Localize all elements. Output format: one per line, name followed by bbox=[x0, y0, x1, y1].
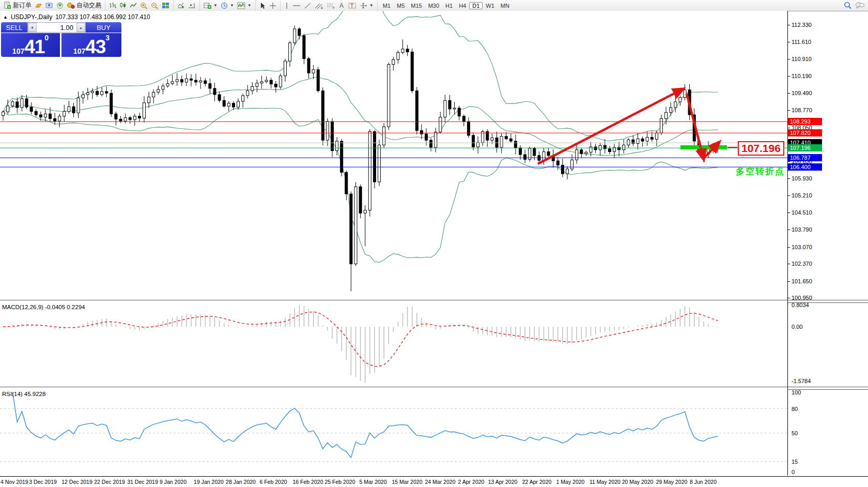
channel-icon: E bbox=[315, 2, 323, 9]
crosshair-button[interactable] bbox=[268, 2, 278, 10]
tab-timeframe-D1[interactable]: D1 bbox=[469, 2, 483, 9]
terminal-button[interactable] bbox=[44, 2, 55, 9]
chart-shift-button[interactable] bbox=[187, 2, 197, 9]
date-axis-label: 8 Jun 2020 bbox=[690, 479, 717, 485]
gold-button[interactable] bbox=[33, 2, 44, 9]
axis-tick bbox=[787, 178, 790, 179]
rsi-axis-label: 15 bbox=[792, 459, 798, 465]
candle bbox=[660, 118, 663, 133]
candle bbox=[359, 187, 362, 213]
axis-tick bbox=[787, 195, 790, 196]
cursor-button[interactable] bbox=[258, 2, 268, 10]
candle bbox=[462, 116, 465, 121]
candlestick-button[interactable] bbox=[118, 2, 128, 9]
date-axis-label: 1 May 2020 bbox=[556, 479, 585, 485]
caret-icon: ▼ bbox=[213, 3, 218, 8]
candle bbox=[392, 59, 395, 64]
tab-timeframe-M1[interactable]: M1 bbox=[380, 2, 394, 9]
candle bbox=[58, 116, 61, 121]
signal-button[interactable] bbox=[55, 2, 66, 9]
tile-windows-button[interactable] bbox=[160, 2, 171, 9]
candle bbox=[242, 96, 244, 101]
candle bbox=[72, 106, 75, 113]
macd-pane[interactable] bbox=[0, 302, 787, 387]
candle bbox=[213, 88, 216, 95]
candle bbox=[665, 112, 668, 118]
candle bbox=[331, 121, 334, 151]
green-support-bar[interactable] bbox=[680, 145, 727, 149]
candle bbox=[124, 118, 127, 121]
fibo-button[interactable]: F bbox=[325, 2, 337, 10]
axis-tick bbox=[787, 110, 790, 111]
tile-windows-icon bbox=[162, 2, 169, 9]
tab-timeframe-H1[interactable]: H1 bbox=[442, 2, 456, 9]
chat-icon bbox=[855, 2, 864, 9]
axis-tick bbox=[787, 230, 790, 230]
volume-input[interactable]: 1.00 bbox=[37, 23, 76, 32]
text-button[interactable]: A bbox=[337, 2, 347, 10]
date-axis-label: 4 Nov 2019 bbox=[1, 479, 28, 485]
date-axis-label: 28 Jan 2020 bbox=[226, 479, 256, 485]
price-callout[interactable]: 107.196 bbox=[738, 141, 784, 156]
auto-trading-label: 自动交易 bbox=[76, 1, 101, 10]
periods-button[interactable]: ▼ bbox=[219, 2, 236, 10]
buy-button[interactable]: BUY bbox=[86, 22, 121, 33]
zoom-out-button[interactable] bbox=[149, 2, 160, 10]
volume-stepper: ▼ 1.00 ▲ bbox=[27, 22, 86, 33]
candle bbox=[274, 84, 277, 87]
candle bbox=[16, 102, 19, 108]
candle bbox=[435, 132, 437, 147]
channel-button[interactable]: E bbox=[313, 2, 325, 10]
candle bbox=[340, 141, 343, 172]
auto-trading-button[interactable]: 自动交易 bbox=[66, 1, 103, 10]
candle bbox=[420, 131, 423, 134]
tab-timeframe-MN[interactable]: MN bbox=[498, 2, 513, 9]
zoom-in-button[interactable] bbox=[138, 2, 149, 10]
vline-button[interactable] bbox=[283, 2, 291, 10]
line-chart-icon bbox=[130, 2, 137, 9]
sell-button[interactable]: SELL bbox=[1, 22, 27, 33]
candle bbox=[30, 107, 33, 111]
rsi-pane[interactable] bbox=[0, 389, 787, 475]
caret-icon: ▼ bbox=[230, 3, 234, 8]
buy-price[interactable]: 107 43 3 bbox=[61, 33, 121, 57]
volume-up-button[interactable]: ▲ bbox=[76, 23, 85, 32]
tab-timeframe-M5[interactable]: M5 bbox=[394, 2, 408, 9]
date-axis-label: 19 Jan 2020 bbox=[194, 479, 224, 485]
text-label-button[interactable]: T bbox=[347, 2, 358, 10]
new-order-button[interactable]: 新订单 bbox=[2, 1, 33, 10]
date-axis[interactable]: 4 Nov 20193 Dec 201912 Dec 201922 Dec 20… bbox=[0, 476, 868, 487]
tab-timeframe-M30[interactable]: M30 bbox=[425, 2, 442, 9]
symbol-direction-icon: ▲ bbox=[3, 14, 8, 20]
search-button[interactable] bbox=[842, 1, 854, 10]
hline-button[interactable] bbox=[291, 2, 302, 10]
candle bbox=[585, 152, 587, 154]
candle bbox=[218, 95, 221, 100]
macd-label: MACD(12,26,9) -0.0405 0.2294 bbox=[2, 304, 85, 310]
candle bbox=[397, 52, 399, 59]
tab-timeframe-H4[interactable]: H4 bbox=[456, 2, 469, 9]
indicators-button[interactable]: ▼ bbox=[236, 2, 253, 10]
auto-scroll-button[interactable] bbox=[176, 2, 187, 9]
zoom-out-icon bbox=[151, 2, 159, 9]
candle bbox=[96, 92, 99, 95]
tab-timeframe-M15[interactable]: M15 bbox=[408, 2, 425, 9]
arrows-button[interactable]: ▼ bbox=[358, 2, 375, 10]
candle bbox=[171, 82, 174, 84]
axis-tick bbox=[787, 42, 790, 42]
date-axis-label: 20 May 2020 bbox=[622, 479, 654, 485]
cursor-icon bbox=[259, 2, 266, 9]
candle bbox=[152, 92, 155, 97]
volume-down-button[interactable]: ▼ bbox=[28, 23, 37, 32]
rsi-label: RSI(14) 45.9228 bbox=[2, 391, 45, 397]
chat-button[interactable] bbox=[854, 1, 866, 10]
new-chart-button[interactable]: ▼ bbox=[202, 2, 219, 9]
trend-arrow[interactable] bbox=[703, 142, 719, 159]
candle bbox=[86, 93, 89, 95]
tab-timeframe-W1[interactable]: W1 bbox=[483, 2, 498, 9]
trendline-button[interactable] bbox=[302, 2, 313, 10]
price-axis-label: 110.190 bbox=[792, 73, 812, 79]
line-chart-button[interactable] bbox=[128, 2, 138, 9]
bar-chart-button[interactable] bbox=[107, 2, 118, 9]
sell-price[interactable]: 107 41 0 bbox=[1, 33, 60, 57]
